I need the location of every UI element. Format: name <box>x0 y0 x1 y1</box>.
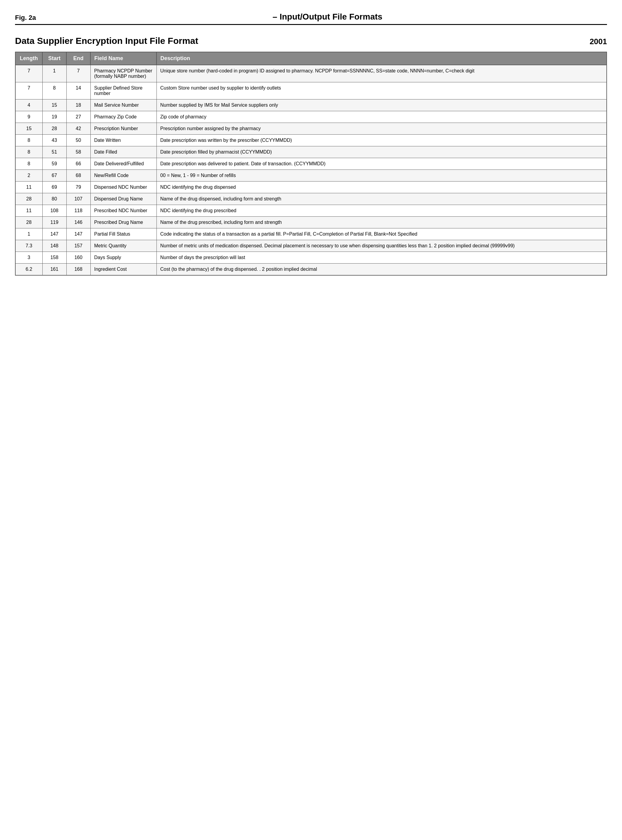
length-cell: 4 <box>15 99 42 111</box>
start-cell: 19 <box>42 111 66 123</box>
start-cell: 59 <box>42 158 66 170</box>
start-cell: 158 <box>42 252 66 264</box>
table-row: 152842Prescription NumberPrescription nu… <box>15 123 607 134</box>
desc-cell: Code indicating the status of a transact… <box>157 228 607 240</box>
start-cell: 43 <box>42 134 66 147</box>
end-cell: 27 <box>66 111 90 123</box>
field-cell: Pharmacy Zip Code <box>90 111 157 123</box>
length-cell: 7 <box>15 82 42 99</box>
table-row: 717Pharmacy NCPDP Number (formally NABP … <box>15 65 607 82</box>
table-row: 84350Date WrittenDate prescription was w… <box>15 134 607 147</box>
start-cell: 8 <box>42 82 66 99</box>
length-cell: 6.2 <box>15 264 42 276</box>
col-header-desc: Description <box>157 52 607 65</box>
field-cell: Metric Quantity <box>90 240 157 252</box>
desc-cell: Unique store number (hard-coded in progr… <box>157 65 607 82</box>
table-row: 85158Date FilledDate prescription filled… <box>15 147 607 158</box>
end-cell: 14 <box>66 82 90 99</box>
end-cell: 42 <box>66 123 90 134</box>
table-row: 41518Mail Service NumberNumber supplied … <box>15 99 607 111</box>
field-cell: Mail Service Number <box>90 99 157 111</box>
start-cell: 161 <box>42 264 66 276</box>
start-cell: 67 <box>42 170 66 182</box>
field-cell: Dispensed Drug Name <box>90 193 157 205</box>
start-cell: 148 <box>42 240 66 252</box>
figure-title: – Input/Output File Formats <box>48 12 607 21</box>
data-table: Length Start End Field Name Description … <box>15 52 607 276</box>
start-cell: 69 <box>42 182 66 193</box>
end-cell: 147 <box>66 228 90 240</box>
field-cell: Date Filled <box>90 147 157 158</box>
length-cell: 7 <box>15 65 42 82</box>
desc-cell: Date prescription filled by pharmacist (… <box>157 147 607 158</box>
end-cell: 79 <box>66 182 90 193</box>
desc-cell: Name of the drug dispensed, including fo… <box>157 193 607 205</box>
field-cell: Date Written <box>90 134 157 147</box>
start-cell: 15 <box>42 99 66 111</box>
table-row: 28119146Prescribed Drug NameName of the … <box>15 217 607 228</box>
end-cell: 68 <box>66 170 90 182</box>
desc-cell: 00 = New, 1 - 99 = Number of refills <box>157 170 607 182</box>
end-cell: 107 <box>66 193 90 205</box>
end-cell: 146 <box>66 217 90 228</box>
end-cell: 7 <box>66 65 90 82</box>
desc-cell: NDC identifying the drug prescribed <box>157 205 607 217</box>
table-row: 85966Date Delivered/FulfilledDate prescr… <box>15 158 607 170</box>
length-cell: 8 <box>15 134 42 147</box>
desc-cell: NDC identifying the drug dispensed <box>157 182 607 193</box>
desc-cell: Date prescription was delivered to patie… <box>157 158 607 170</box>
col-header-start: Start <box>42 52 66 65</box>
desc-cell: Custom Store number used by supplier to … <box>157 82 607 99</box>
year-badge: 2001 <box>590 37 607 46</box>
length-cell: 7.3 <box>15 240 42 252</box>
field-cell: Prescribed Drug Name <box>90 217 157 228</box>
end-cell: 18 <box>66 99 90 111</box>
end-cell: 157 <box>66 240 90 252</box>
length-cell: 3 <box>15 252 42 264</box>
length-cell: 28 <box>15 193 42 205</box>
length-cell: 15 <box>15 123 42 134</box>
table-row: 7814Supplier Defined Store numberCustom … <box>15 82 607 99</box>
field-cell: Prescribed NDC Number <box>90 205 157 217</box>
length-cell: 2 <box>15 170 42 182</box>
col-header-end: End <box>66 52 90 65</box>
field-cell: Pharmacy NCPDP Number (formally NABP num… <box>90 65 157 82</box>
start-cell: 147 <box>42 228 66 240</box>
end-cell: 168 <box>66 264 90 276</box>
start-cell: 119 <box>42 217 66 228</box>
start-cell: 1 <box>42 65 66 82</box>
col-header-field: Field Name <box>90 52 157 65</box>
desc-cell: Prescription number assigned by the phar… <box>157 123 607 134</box>
desc-cell: Cost (to the pharmacy) of the drug dispe… <box>157 264 607 276</box>
field-cell: Partial Fill Status <box>90 228 157 240</box>
start-cell: 28 <box>42 123 66 134</box>
end-cell: 118 <box>66 205 90 217</box>
field-cell: Ingredient Cost <box>90 264 157 276</box>
end-cell: 66 <box>66 158 90 170</box>
field-cell: Supplier Defined Store number <box>90 82 157 99</box>
table-row: 11108118Prescribed NDC NumberNDC identif… <box>15 205 607 217</box>
end-cell: 58 <box>66 147 90 158</box>
start-cell: 80 <box>42 193 66 205</box>
table-row: 2880107Dispensed Drug NameName of the dr… <box>15 193 607 205</box>
table-row: 91927Pharmacy Zip CodeZip code of pharma… <box>15 111 607 123</box>
section-title: Data Supplier Encryption Input File Form… <box>15 36 198 46</box>
table-row: 1147147Partial Fill StatusCode indicatin… <box>15 228 607 240</box>
end-cell: 50 <box>66 134 90 147</box>
table-row: 6.2161168Ingredient CostCost (to the pha… <box>15 264 607 276</box>
field-cell: Dispensed NDC Number <box>90 182 157 193</box>
table-header-row: Length Start End Field Name Description <box>15 52 607 65</box>
figure-label: Fig. 2a <box>15 14 36 21</box>
desc-cell: Zip code of pharmacy <box>157 111 607 123</box>
length-cell: 28 <box>15 217 42 228</box>
table-row: 26768New/Refill Code00 = New, 1 - 99 = N… <box>15 170 607 182</box>
desc-cell: Number of metric units of medication dis… <box>157 240 607 252</box>
section-header: Data Supplier Encryption Input File Form… <box>15 36 607 46</box>
table-row: 7.3148157Metric QuantityNumber of metric… <box>15 240 607 252</box>
length-cell: 11 <box>15 205 42 217</box>
field-cell: Days Supply <box>90 252 157 264</box>
length-cell: 8 <box>15 158 42 170</box>
length-cell: 1 <box>15 228 42 240</box>
desc-cell: Name of the drug prescribed, including f… <box>157 217 607 228</box>
table-row: 116979Dispensed NDC NumberNDC identifyin… <box>15 182 607 193</box>
